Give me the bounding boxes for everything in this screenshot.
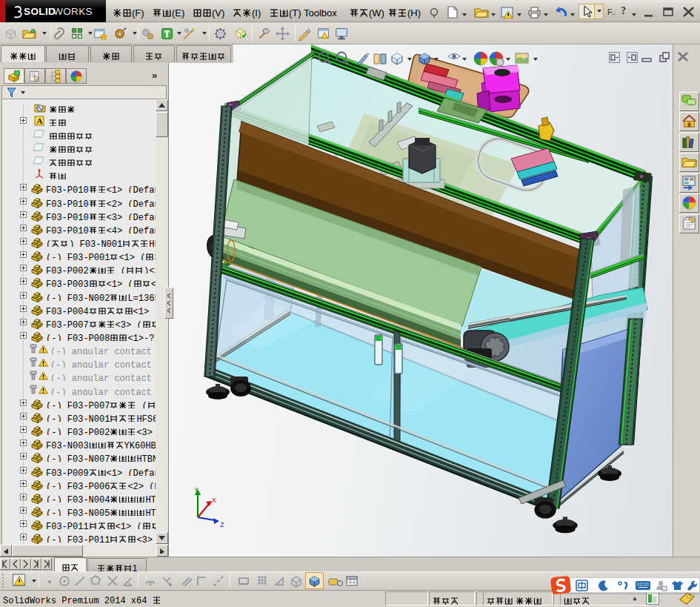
- svg-text:Y: Y: [194, 486, 199, 494]
- svg-text:A: A: [37, 116, 43, 125]
- svg-text:X: X: [212, 497, 216, 504]
- svg-text:Z: Z: [220, 521, 224, 528]
- svg-text:?: ?: [321, 54, 325, 61]
